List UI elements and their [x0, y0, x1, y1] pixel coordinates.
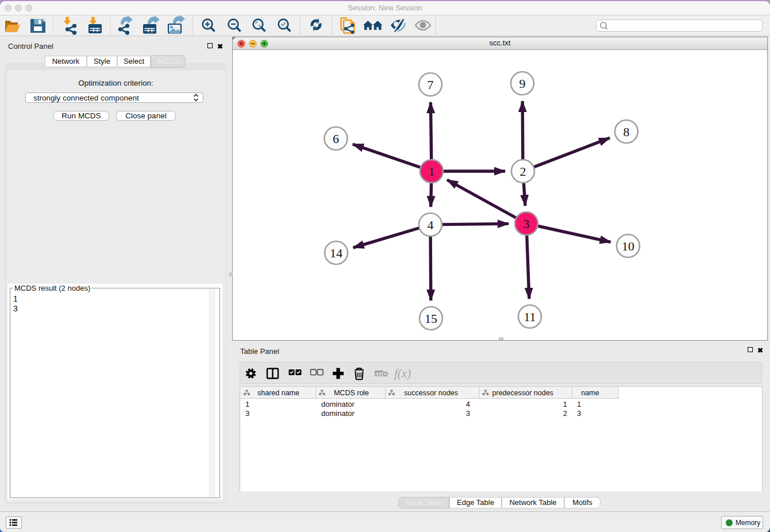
- svg-text:1: 1: [563, 400, 567, 408]
- svg-text:11: 11: [523, 310, 536, 324]
- svg-text:MCDS role: MCDS role: [334, 389, 369, 397]
- svg-text:8: 8: [623, 125, 630, 139]
- svg-text:4: 4: [428, 218, 434, 232]
- svg-text:7: 7: [428, 78, 434, 92]
- svg-text:1: 1: [245, 400, 249, 408]
- svg-text:f(x): f(x): [394, 367, 411, 380]
- svg-text:2: 2: [520, 164, 526, 179]
- svg-text:predecessor nodes: predecessor nodes: [492, 389, 553, 397]
- svg-text:name: name: [581, 389, 599, 397]
- svg-text:14: 14: [330, 246, 342, 260]
- svg-text:dominator: dominator: [321, 400, 355, 408]
- svg-text:1: 1: [429, 164, 435, 179]
- svg-text:3: 3: [245, 409, 249, 418]
- svg-text:3: 3: [523, 217, 530, 231]
- svg-text:3: 3: [466, 409, 470, 418]
- svg-text:2: 2: [563, 409, 567, 418]
- svg-text:4: 4: [466, 400, 470, 408]
- svg-text:dominator: dominator: [321, 409, 355, 418]
- svg-text:3: 3: [577, 409, 581, 418]
- svg-text:10: 10: [622, 239, 634, 253]
- svg-text:1: 1: [577, 400, 581, 408]
- svg-text:shared name: shared name: [257, 389, 299, 397]
- svg-text:15: 15: [425, 311, 437, 326]
- svg-text:6: 6: [333, 132, 339, 146]
- svg-text:successor nodes: successor nodes: [404, 389, 458, 397]
- svg-text:9: 9: [519, 76, 526, 91]
